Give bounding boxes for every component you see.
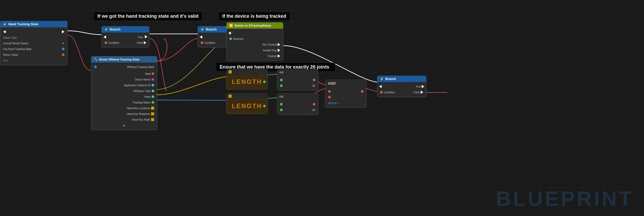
exec-out-pin [62,30,64,33]
node-header: == [277,69,318,76]
node-length-1[interactable]: LENGTH [226,69,268,90]
eq-symbol: == [279,95,283,99]
node-title: Branch [206,28,217,31]
hand-key-rotations-pin [151,112,154,115]
condition-pin-in [201,41,203,44]
condition-row: Condition False [102,40,149,46]
app-instance-row: Application Instance ID [92,82,157,88]
node-hand-tracking-state[interactable]: ⚡ Hand Tracking State Space Type Unreal … [0,21,68,65]
node-icon: ⚡ [3,22,7,26]
add-pin-label[interactable]: Add pin + [328,102,339,104]
and-title: AND [328,81,336,85]
length-label: LENGTH [232,78,262,85]
eq-in1-row [277,77,318,83]
tracking-status-label: Tracking Status [94,101,151,104]
and-add-pin-row[interactable]: Add pin + [326,100,366,106]
bind-label: bind [3,59,8,62]
tracked-label: Tracked [229,55,277,58]
space-type-value-row: Unreal World Space ▼ [1,40,67,46]
node-title: Switch on ETrackingStatus [235,24,271,27]
return-label: Return Value [3,53,18,56]
eq-in1-row [277,101,318,107]
and-out [361,90,363,93]
tracking-status-row: Tracking Status [92,100,157,105]
bind-row: bind [1,58,67,63]
comment-hand-tracking-valid: If we got the hand tracking state and it… [94,12,202,21]
break-icon: 🔧 [94,58,98,61]
node-length-2[interactable]: LENGTH [226,93,268,114]
node-title: Break XRHand Tracking State [99,58,140,61]
input-label: XRHand Tracking State [127,66,154,69]
exec-out-true: True [416,85,424,88]
tracked-row: Tracked [227,53,283,59]
eq-in1 [280,79,283,81]
space-type-label: Space Type [3,36,17,39]
xrspace-label: XRSpace Type [94,90,151,92]
node-header: 🔧 Break XRHand Tracking State [91,56,157,63]
hand-key-radii-row: Hand Key Radii [92,117,157,122]
node-header: AND [325,80,366,87]
exec-in-pin [3,30,6,33]
input-pin [94,66,97,68]
space-type-row: Space Type [1,35,67,40]
and-in1 [328,90,331,93]
node-title: Branch [385,77,396,81]
device-name-label: Device Name [94,78,151,81]
out-label: Out Hand Tracking State [3,48,32,51]
out-hand-tracking-row: Out Hand Tracking State [1,46,67,52]
hand-key-rotations-label: Hand Key Rotations [94,113,150,115]
exec-row: True [378,84,426,89]
exec-in-row [227,30,283,36]
node-branch-3[interactable]: ⚡ Branch True Condition False [377,76,426,97]
node-equals-2[interactable]: == 26 [277,93,318,115]
comment-device-tracked: If the device is being tracked [218,12,290,21]
device-name-row: Device Name [92,77,157,82]
switch-icon: 🔀 [229,24,233,27]
node-title: Hand Tracking State [8,22,38,26]
selection-pin [229,38,232,40]
exec-in [200,35,202,39]
exec-in [379,85,382,88]
node-switch-tracking-status[interactable]: 🔀 Switch on ETrackingStatus Selection No… [226,22,283,61]
node-break-xrhand[interactable]: 🔧 Break XRHand Tracking State XRHand Tra… [91,56,157,130]
node-and[interactable]: AND Add pin + [325,79,367,108]
condition-row: Condition False [378,89,426,95]
exec-out-false: False [137,41,146,44]
length-label: LENGTH [232,102,262,110]
hand-key-radii-pin [151,118,154,121]
hand-pin [152,95,154,98]
dropdown-icon[interactable]: ▼ [62,42,64,45]
valid-row: Valid [92,71,157,77]
not-tracked-row: Not Tracked [227,42,283,47]
xrspace-row: XRSpace Type [92,88,157,94]
hand-key-locations-row: Hand Key Locations [92,105,157,111]
node-header [226,69,268,75]
eq-out [313,103,315,106]
valid-pin [152,72,154,75]
inertial-label: Inertial Only [229,49,277,52]
eq-in1 [280,103,283,106]
eq-out [313,79,315,81]
exec-out-true: True [138,35,147,39]
node-header: 🔀 Switch on ETrackingStatus [226,22,283,29]
length-out-pin [263,81,266,83]
blueprint-watermark: BLUEPRINT [496,187,634,211]
and-in1-row [326,89,366,94]
not-tracked-label: Not Tracked [229,43,277,46]
tracking-status-pin [152,101,154,104]
device-name-pin [152,78,154,81]
condition-pin-in [380,91,383,94]
node-header: ⚡ Branch [377,76,426,82]
node-equals-1[interactable]: == 26 [277,69,318,91]
node-header: ⚡ Hand Tracking State [0,21,67,27]
return-value-row: Return Value [1,52,67,58]
exec-row [1,29,67,35]
eq-val-row: 26 [277,107,318,113]
branch-icon: ⚡ [104,28,108,31]
length-in-pin [229,70,232,73]
selection-label: Selection [233,38,280,40]
node-title: Branch [110,28,120,31]
space-type-value: Unreal World Space [3,42,29,45]
condition-label: Condition [384,91,414,94]
node-branch-1[interactable]: ⚡ Branch True Condition False [101,26,149,48]
